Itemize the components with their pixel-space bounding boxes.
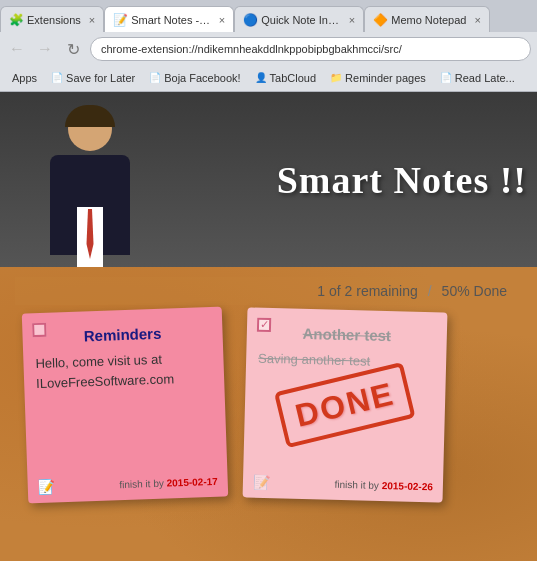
tab-smart-notes-icon: 📝	[113, 13, 127, 27]
note-1-footer-date: 2015-02-17	[166, 476, 218, 489]
tab-bar: 🧩 Extensions × 📝 Smart Notes - Ch... × 🔵…	[0, 0, 537, 32]
tab-memo-notepad-close[interactable]: ×	[474, 14, 480, 26]
read-later-label: Read Late...	[455, 72, 515, 84]
bookmark-read-later[interactable]: 📄 Read Late...	[434, 70, 521, 86]
corkboard: 1 of 2 remaining / 50% Done Reminders He…	[0, 267, 537, 561]
status-divider: /	[428, 283, 432, 299]
bookmark-reminder-pages[interactable]: 📁 Reminder pages	[324, 70, 432, 86]
header-person	[0, 102, 180, 267]
person-hair	[65, 105, 115, 127]
tab-memo-notepad[interactable]: 🔶 Memo Notepad ×	[364, 6, 490, 32]
note-2-footer: finish it by 2015-02-26	[334, 479, 433, 493]
tab-memo-notepad-label: Memo Notepad	[391, 14, 466, 26]
save-for-later-icon: 📄	[51, 72, 63, 83]
tab-extensions-icon: 🧩	[9, 13, 23, 27]
address-text: chrome-extension://ndikemnheakddlnkppobi…	[101, 43, 402, 55]
forward-button[interactable]: →	[34, 38, 56, 60]
back-button[interactable]: ←	[6, 38, 28, 60]
tab-quick-note[interactable]: 🔵 Quick Note Insta... ×	[234, 6, 364, 32]
note-1-checkbox[interactable]	[32, 323, 46, 337]
note-2-footer-label: finish it by	[334, 479, 379, 491]
status-progress: 1 of 2 remaining	[317, 283, 417, 299]
tabcloud-icon: 👤	[255, 72, 267, 83]
tab-smart-notes[interactable]: 📝 Smart Notes - Ch... ×	[104, 6, 234, 32]
tabcloud-label: TabCloud	[270, 72, 316, 84]
reminder-pages-icon: 📁	[330, 72, 342, 83]
status-percent: 50% Done	[442, 283, 507, 299]
note-1-footer: finish it by 2015-02-17	[119, 476, 218, 490]
tab-extensions-label: Extensions	[27, 14, 81, 26]
note-2-checkbox[interactable]	[257, 318, 271, 332]
page-header: Smart Notes !!	[0, 92, 537, 267]
note-1-title: Reminders	[34, 323, 210, 346]
address-bar[interactable]: chrome-extension://ndikemnheakddlnkppobi…	[90, 37, 531, 61]
bookmark-apps[interactable]: Apps	[6, 70, 43, 86]
note-2[interactable]: Another test Saving another test DONE 📝 …	[243, 307, 448, 502]
tab-quick-note-icon: 🔵	[243, 13, 257, 27]
person-figure	[25, 107, 155, 267]
address-bar-row: ← → ↻ chrome-extension://ndikemnheakddln…	[0, 32, 537, 66]
note-2-body: Saving another test	[258, 349, 434, 373]
note-2-footer-date: 2015-02-26	[382, 480, 433, 492]
notes-container: Reminders Hello, come visit us at ILoveF…	[15, 305, 522, 510]
reload-button[interactable]: ↻	[62, 38, 84, 60]
note-2-title: Another test	[259, 324, 435, 346]
apps-label: Apps	[12, 72, 37, 84]
person-body	[50, 155, 130, 255]
page-content: Smart Notes !! 1 of 2 remaining / 50% Do…	[0, 92, 537, 561]
note-2-edit-icon[interactable]: 📝	[253, 474, 270, 490]
browser-chrome: 🧩 Extensions × 📝 Smart Notes - Ch... × 🔵…	[0, 0, 537, 92]
tab-extensions[interactable]: 🧩 Extensions ×	[0, 6, 104, 32]
boja-facebook-icon: 📄	[149, 72, 161, 83]
bookmarks-bar: Apps 📄 Save for Later 📄 Boja Facebook! 👤…	[0, 66, 537, 92]
status-bar: 1 of 2 remaining / 50% Done	[15, 277, 522, 305]
reminder-pages-label: Reminder pages	[345, 72, 426, 84]
header-title: Smart Notes !!	[277, 158, 537, 202]
tab-extensions-close[interactable]: ×	[89, 14, 95, 26]
tab-quick-note-close[interactable]: ×	[349, 14, 355, 26]
note-1-footer-label: finish it by	[119, 478, 164, 491]
tab-quick-note-label: Quick Note Insta...	[261, 14, 341, 26]
done-stamp: DONE	[274, 362, 416, 448]
bookmark-boja-facebook[interactable]: 📄 Boja Facebook!	[143, 70, 246, 86]
tab-smart-notes-close[interactable]: ×	[219, 14, 225, 26]
note-1[interactable]: Reminders Hello, come visit us at ILoveF…	[22, 307, 229, 504]
tab-memo-notepad-icon: 🔶	[373, 13, 387, 27]
note-1-edit-icon[interactable]: 📝	[38, 479, 56, 496]
bookmark-tabcloud[interactable]: 👤 TabCloud	[249, 70, 322, 86]
save-for-later-label: Save for Later	[66, 72, 135, 84]
note-1-body: Hello, come visit us at ILoveFreeSoftwar…	[35, 348, 212, 393]
bookmark-save-for-later[interactable]: 📄 Save for Later	[45, 70, 141, 86]
boja-facebook-label: Boja Facebook!	[164, 72, 240, 84]
read-later-icon: 📄	[440, 72, 452, 83]
tab-smart-notes-label: Smart Notes - Ch...	[131, 14, 211, 26]
